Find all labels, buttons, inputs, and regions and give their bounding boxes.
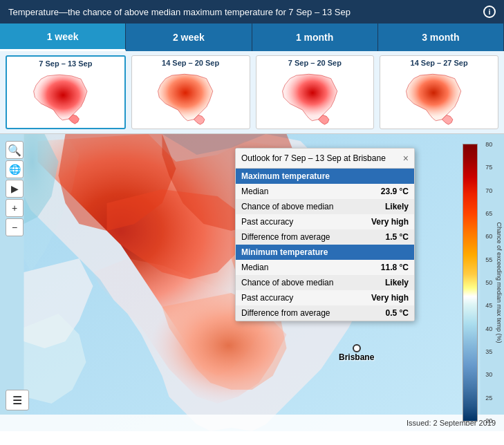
max-accuracy-label: Past accuracy bbox=[236, 214, 357, 229]
table-row: Chance of above median Likely bbox=[236, 199, 414, 214]
zoom-out-button[interactable]: − bbox=[6, 218, 24, 236]
thumbnail-3[interactable]: 14 Sep – 27 Sep bbox=[380, 55, 498, 129]
tab-bar: 1 week 2 week 1 month 3 month bbox=[0, 23, 504, 51]
thumbnail-row: 7 Sep – 13 Sep 14 Sep – 20 Sep bbox=[0, 51, 504, 134]
home-button[interactable]: ▶ bbox=[6, 180, 24, 198]
brisbane-label: Brisbane bbox=[339, 352, 374, 362]
popup-title: Outlook for 7 Sep – 13 Sep at Brisbane bbox=[241, 153, 386, 163]
table-row: Median 11.8 °C bbox=[236, 260, 414, 275]
marker-dot bbox=[353, 344, 361, 352]
min-accuracy-value: Very high bbox=[357, 290, 414, 305]
tab-1month[interactable]: 1 month bbox=[252, 23, 378, 51]
thumbnail-1-label: 14 Sep – 20 Sep bbox=[162, 59, 219, 67]
max-temp-table: Median 23.9 °C Chance of above median Li… bbox=[236, 184, 414, 245]
min-chance-label: Chance of above median bbox=[236, 275, 357, 290]
max-diff-label: Difference from average bbox=[236, 229, 357, 245]
legend-labels: 80 75 70 65 60 55 50 45 40 35 30 25 20 bbox=[484, 134, 494, 431]
table-row: Median 23.9 °C bbox=[236, 184, 414, 199]
layers-icon: ☰ bbox=[12, 394, 22, 407]
min-temp-table: Median 11.8 °C Chance of above median Li… bbox=[236, 260, 414, 321]
outlook-popup: Outlook for 7 Sep – 13 Sep at Brisbane ×… bbox=[235, 148, 415, 321]
max-diff-value: 1.5 °C bbox=[357, 229, 414, 245]
popup-close-button[interactable]: × bbox=[403, 153, 409, 164]
map-controls: 🔍 🌐 ▶ + − bbox=[6, 141, 24, 236]
thumbnail-1-map bbox=[135, 69, 247, 126]
min-temp-header: Minimum temperature bbox=[236, 245, 414, 260]
tab-3month[interactable]: 3 month bbox=[378, 23, 504, 51]
globe-button[interactable]: 🌐 bbox=[6, 160, 24, 178]
min-chance-value: Likely bbox=[357, 275, 414, 290]
legend-title: Chance of exceeding median max temp (%) bbox=[496, 220, 503, 345]
app: Temperature—the chance of above median m… bbox=[0, 0, 504, 445]
table-row: Past accuracy Very high bbox=[236, 290, 414, 305]
table-row: Difference from average 1.5 °C bbox=[236, 229, 414, 245]
info-button[interactable]: i bbox=[483, 6, 496, 18]
tab-2week[interactable]: 2 week bbox=[126, 23, 252, 51]
layers-button[interactable]: ☰ bbox=[6, 390, 29, 410]
thumbnail-2-label: 7 Sep – 20 Sep bbox=[288, 59, 342, 67]
min-median-label: Median bbox=[236, 260, 357, 275]
min-diff-label: Difference from average bbox=[236, 305, 357, 321]
bottom-bar: Issued: 2 September 2019 bbox=[0, 415, 504, 431]
max-median-value: 23.9 °C bbox=[357, 184, 414, 199]
page-title: Temperature—the chance of above median m… bbox=[8, 7, 351, 17]
min-accuracy-label: Past accuracy bbox=[236, 290, 357, 305]
max-accuracy-value: Very high bbox=[357, 214, 414, 229]
max-temp-header: Maximum temperature bbox=[236, 169, 414, 184]
thumbnail-3-map bbox=[383, 69, 495, 126]
table-row: Difference from average 0.5 °C bbox=[236, 305, 414, 321]
thumbnail-2-map bbox=[259, 69, 371, 126]
search-location-button[interactable]: 🔍 bbox=[6, 141, 24, 159]
min-diff-value: 0.5 °C bbox=[357, 305, 414, 321]
brisbane-marker[interactable]: Brisbane bbox=[339, 344, 374, 362]
thumbnail-0-label: 7 Sep – 13 Sep bbox=[39, 59, 92, 68]
thumbnail-0-map bbox=[10, 70, 122, 125]
popup-header: Outlook for 7 Sep – 13 Sep at Brisbane × bbox=[236, 149, 414, 169]
header: Temperature—the chance of above median m… bbox=[0, 0, 504, 23]
table-row: Past accuracy Very high bbox=[236, 214, 414, 229]
zoom-in-button[interactable]: + bbox=[6, 199, 24, 217]
max-median-label: Median bbox=[236, 184, 357, 199]
table-row: Chance of above median Likely bbox=[236, 275, 414, 290]
max-chance-label: Chance of above median bbox=[236, 199, 357, 214]
legend: 80 75 70 65 60 55 50 45 40 35 30 25 20 C… bbox=[456, 134, 504, 431]
thumbnail-1[interactable]: 14 Sep – 20 Sep bbox=[131, 55, 250, 129]
thumbnail-2[interactable]: 7 Sep – 20 Sep bbox=[256, 55, 375, 129]
thumbnail-0[interactable]: 7 Sep – 13 Sep bbox=[6, 55, 126, 129]
tab-1week[interactable]: 1 week bbox=[0, 23, 126, 51]
max-chance-value: Likely bbox=[357, 199, 414, 214]
thumbnail-3-label: 14 Sep – 27 Sep bbox=[411, 59, 468, 67]
min-median-value: 11.8 °C bbox=[357, 260, 414, 275]
main-map[interactable]: 🔍 🌐 ▶ + − 80 75 70 65 60 55 50 45 40 35 bbox=[0, 134, 504, 431]
